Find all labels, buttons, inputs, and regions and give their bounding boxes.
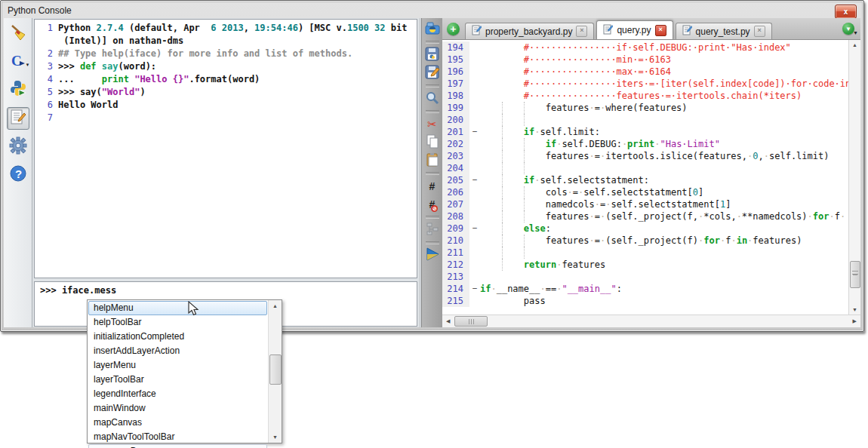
- tab-close-icon[interactable]: ×: [655, 25, 666, 36]
- code-token: ]: [725, 199, 731, 210]
- toolbar-separator: [426, 84, 439, 87]
- help-button[interactable]: ?: [8, 164, 29, 186]
- show-editor-button[interactable]: [7, 107, 29, 130]
- fold-margin: [469, 198, 480, 210]
- code-token: self.limit): [769, 151, 829, 161]
- editor-line-text: [480, 271, 848, 283]
- settings-button[interactable]: [8, 137, 29, 158]
- tab-query.py[interactable]: query.py×: [596, 20, 673, 39]
- console-output-area[interactable]: 1Python 2.7.4 (default, Apr 6 2013, 19:5…: [34, 19, 417, 278]
- editor-panel: + property_backyard.py×query.py×query_te…: [442, 18, 860, 327]
- tab-query_test.py[interactable]: query_test.py×: [676, 23, 772, 39]
- code-token: ·: [568, 187, 573, 198]
- autocomplete-scrollbar[interactable]: ▲ ▼: [268, 300, 282, 443]
- line-number: 202: [442, 138, 469, 150]
- code-token: where(features): [605, 103, 687, 113]
- save-button[interactable]: [424, 48, 441, 63]
- code-token: >>> say(: [58, 87, 102, 97]
- code-token: [480, 235, 546, 246]
- close-button[interactable]: x: [835, 5, 857, 19]
- script-file-icon: [472, 25, 482, 38]
- scroll-right-icon[interactable]: ▶: [853, 315, 857, 327]
- paste-button[interactable]: [424, 153, 441, 168]
- tab-property_backyard.py[interactable]: property_backyard.py×: [465, 23, 594, 39]
- editor-line: 202 if·self.DEBUG:·print·"Has·Limit": [442, 138, 848, 150]
- autocomplete-item[interactable]: initializationCompleted: [88, 330, 267, 344]
- code-token: [480, 78, 524, 89]
- autocomplete-item[interactable]: mapNavToolToolBar: [88, 430, 267, 444]
- code-token: (self._project(f,: [605, 211, 698, 222]
- scroll-grip: [852, 271, 858, 275]
- autocomplete-item[interactable]: insertAddLayerAction: [88, 344, 267, 358]
- autocomplete-scroll-thumb[interactable]: [269, 354, 282, 385]
- editor-line: 214−if·__name__·==·"__main__":: [442, 283, 848, 295]
- code-token: (default, Apr: [124, 23, 211, 33]
- scroll-left-icon[interactable]: ◀: [446, 315, 450, 327]
- cut-button[interactable]: ✂: [424, 117, 441, 132]
- tab-close-icon[interactable]: ×: [754, 26, 765, 37]
- line-number: 209: [442, 222, 469, 235]
- fold-marker-icon[interactable]: −: [469, 283, 480, 295]
- tab-close-icon[interactable]: ×: [576, 26, 587, 37]
- fold-margin: [469, 54, 480, 66]
- editor-code-area[interactable]: 194 #················if·self.DEBUG:·prin…: [442, 40, 848, 315]
- code-token: for: [703, 235, 720, 246]
- scissors-icon: ✂: [427, 118, 437, 131]
- copy-icon: [426, 134, 439, 152]
- code-token: if: [524, 175, 534, 186]
- autocomplete-item[interactable]: helpToolBar: [88, 315, 267, 330]
- indent-guide: [524, 210, 525, 222]
- scroll-down-icon[interactable]: ▼: [269, 434, 282, 440]
- horizontal-scroll-thumb[interactable]: [454, 316, 488, 327]
- uncomment-button[interactable]: #⊘: [424, 197, 441, 212]
- line-number: 5: [35, 86, 58, 99]
- autocomplete-item[interactable]: helpMenu: [88, 301, 267, 315]
- code-token: ]: [698, 187, 703, 198]
- save-as-button[interactable]: [424, 66, 441, 81]
- scroll-up-icon[interactable]: ▲: [269, 303, 282, 308]
- indent-guide: [502, 210, 503, 222]
- run-command-button[interactable]: [8, 79, 29, 100]
- editor-horizontal-scrollbar[interactable]: ◀ ▶: [442, 315, 860, 327]
- code-token: print: [627, 139, 654, 149]
- run-script-button[interactable]: [424, 248, 441, 263]
- editor-line: 195 #················min·=·6163: [442, 54, 848, 66]
- new-tab-button[interactable]: +: [447, 23, 460, 35]
- code-token: __name__: [497, 284, 540, 294]
- editor-line-text: cols·=·self.selectstatment[0]: [480, 186, 848, 198]
- fold-marker-icon[interactable]: −: [469, 222, 480, 235]
- autocomplete-item[interactable]: legendInterface: [88, 387, 267, 401]
- titlebar[interactable]: Python Console x: [1, 1, 863, 19]
- fold-marker-icon[interactable]: −: [469, 126, 480, 138]
- code-token: ...: [58, 74, 102, 84]
- object-inspector-button[interactable]: [424, 222, 441, 238]
- find-text-button[interactable]: [424, 91, 441, 106]
- editor-line: 198 #················features·=·itertool…: [442, 90, 848, 102]
- code-token: features: [562, 259, 605, 270]
- comment-button[interactable]: #: [424, 179, 441, 194]
- line-number: 3: [35, 60, 58, 73]
- hash-icon: #: [429, 181, 436, 192]
- scroll-down-icon[interactable]: ▼: [849, 307, 860, 312]
- scroll-up-icon[interactable]: ▲: [849, 42, 860, 48]
- code-token: (word):: [119, 61, 157, 72]
- fold-marker-icon[interactable]: −: [469, 174, 480, 186]
- autocomplete-item[interactable]: mainWindow: [88, 401, 267, 416]
- editor-vertical-scrollbar[interactable]: ▲ ▼: [848, 40, 860, 315]
- vertical-scroll-thumb[interactable]: [850, 261, 860, 288]
- autocomplete-item[interactable]: mapCanvas: [88, 416, 267, 430]
- line-number: 215: [442, 295, 469, 307]
- save-icon: [425, 47, 439, 64]
- editor-line-text: #················max·=·6164: [480, 66, 848, 78]
- autocomplete-item[interactable]: layerMenu: [88, 358, 267, 373]
- clear-console-button[interactable]: [8, 23, 29, 44]
- editor-line: 194 #················if·self.DEBUG:·prin…: [442, 41, 848, 54]
- autocomplete-item[interactable]: messageBar: [88, 444, 267, 448]
- tab-label: property_backyard.py: [485, 26, 572, 37]
- open-script-button[interactable]: [424, 22, 441, 37]
- editor-line-text: features·=·(self._project(f,·*cols,·**na…: [480, 210, 848, 222]
- autocomplete-item[interactable]: layerToolBar: [88, 373, 267, 387]
- code-token: [480, 66, 524, 77]
- import-class-button[interactable]: C ▼: [8, 51, 29, 72]
- copy-button[interactable]: [424, 135, 441, 150]
